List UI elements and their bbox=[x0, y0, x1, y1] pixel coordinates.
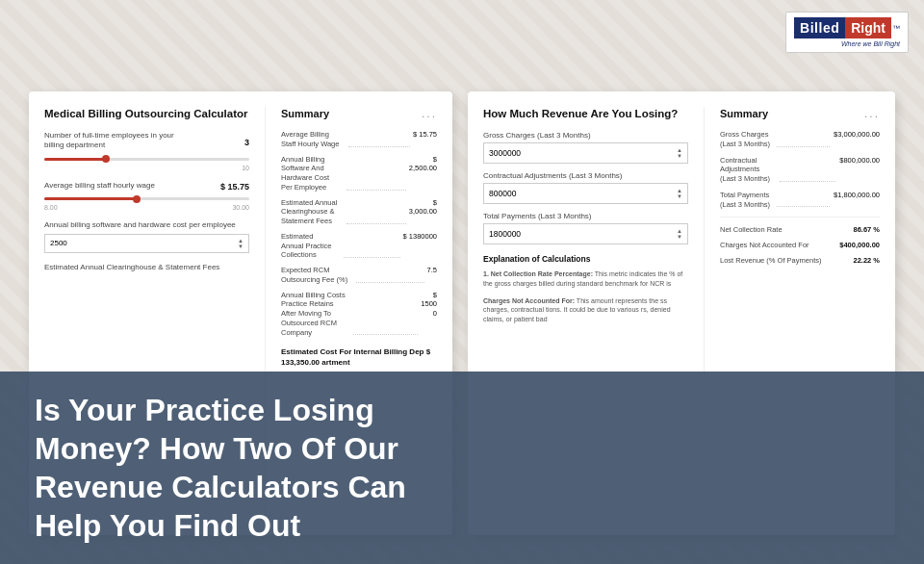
divider bbox=[720, 217, 880, 218]
contractual-label: Contractual Adjustments (Last 3 Months) bbox=[483, 171, 688, 180]
explanation-0-text: 1. Net Collection Rate Percentage: This … bbox=[483, 269, 688, 289]
gross-charges-value: 3000000 bbox=[489, 148, 521, 158]
dots-4 bbox=[356, 282, 424, 283]
explanation-1-title: Charges Not Accounted For: bbox=[483, 297, 575, 304]
contractual-group: Contractual Adjustments (Last 3 Months) … bbox=[483, 171, 688, 204]
wage-slider-min: 8.00 bbox=[44, 204, 58, 211]
dots-1 bbox=[346, 190, 405, 191]
dots-3 bbox=[344, 257, 399, 258]
wage-slider-track[interactable] bbox=[44, 197, 249, 200]
row5-value: $15000 bbox=[421, 291, 437, 319]
summary-row-0: Average Billing Staff Hourly Wage $ 15.7… bbox=[281, 130, 437, 149]
explanation-0-title: 1. Net Collection Rate Percentage: bbox=[483, 270, 593, 277]
metric-1-label: Charges Not Accounted For bbox=[720, 241, 809, 249]
right-row0-label: Gross Charges (Last 3 Months) bbox=[720, 130, 773, 149]
metric-0-value: 86.67 % bbox=[853, 225, 880, 234]
summary-right-dots: ... bbox=[864, 107, 880, 120]
banner: Is Your Practice Losing Money? How Two O… bbox=[0, 372, 924, 564]
wage-slider-range: 8.00 30.00 bbox=[44, 204, 249, 211]
right-row1-label: Contractual Adjustments (Last 3 Months) bbox=[720, 156, 776, 184]
summary-row-5: Annual Billing Costs Practice Retains Af… bbox=[281, 291, 437, 338]
software-input[interactable]: 2500 ▲ ▼ bbox=[44, 234, 249, 253]
explanation-1-text: Charges Not Accounted For: This amount r… bbox=[483, 296, 688, 324]
employees-group: Number of full-time employees in your bi… bbox=[44, 131, 249, 171]
row4-label: Expected RCM Outsourcing Fee (%) bbox=[281, 266, 353, 285]
gross-charges-label: Gross Charges (Last 3 Months) bbox=[483, 131, 688, 140]
gross-arrows: ▲ ▼ bbox=[677, 147, 682, 159]
summary-row-2: Estimated Annual Clearinghouse & Stateme… bbox=[281, 198, 437, 226]
summary-right-row-0: Gross Charges (Last 3 Months) $3,000,000… bbox=[720, 130, 880, 149]
software-label: Annual billing software and hardware cos… bbox=[44, 220, 249, 230]
row2-label: Estimated Annual Clearinghouse & Stateme… bbox=[281, 198, 344, 226]
row0-value: $ 15.75 bbox=[413, 130, 437, 140]
software-group: Annual billing software and hardware cos… bbox=[44, 220, 249, 252]
metric-0: Net Collection Rate 86.67 % bbox=[720, 225, 880, 234]
banner-text: Is Your Practice Losing Money? How Two O… bbox=[35, 391, 477, 545]
gross-charges-group: Gross Charges (Last 3 Months) 3000000 ▲ … bbox=[483, 131, 688, 164]
dots-2 bbox=[346, 223, 405, 224]
row1-value: $2,500.00 bbox=[409, 155, 437, 174]
metric-0-label: Net Collection Rate bbox=[720, 225, 783, 234]
summary-row-1: Annual Billing Software And Hardware Cos… bbox=[281, 155, 437, 192]
metric-1-value: $400,000.00 bbox=[839, 241, 880, 249]
metric-2-value: 22.22 % bbox=[853, 256, 880, 265]
wage-slider-max: 30.00 bbox=[232, 204, 249, 211]
logo-right: Right bbox=[845, 17, 891, 38]
logo: Billed Right ™ Where we Bill Right bbox=[785, 12, 909, 53]
row3-value: $ 1380000 bbox=[403, 232, 437, 242]
employees-label: Number of full-time employees in your bi… bbox=[44, 131, 189, 151]
gross-down: ▼ bbox=[677, 153, 682, 159]
dots-5 bbox=[353, 334, 419, 335]
arrow-down: ▼ bbox=[238, 244, 244, 249]
explanation-1: Charges Not Accounted For: This amount r… bbox=[483, 296, 688, 324]
logo-tagline: Where we Bill Right bbox=[841, 40, 900, 47]
clearinghouse-label: Estimated Annual Clearinghouse & Stateme… bbox=[44, 263, 249, 272]
gross-charges-input[interactable]: 3000000 ▲ ▼ bbox=[483, 142, 688, 164]
row4-value: 7.5 bbox=[427, 266, 437, 275]
row1-label: Annual Billing Software And Hardware Cos… bbox=[281, 155, 344, 192]
summary-row-4: Expected RCM Outsourcing Fee (%) 7.5 bbox=[281, 266, 437, 285]
summary-left-header: Summary ... bbox=[281, 107, 437, 120]
wage-value: $ 15.75 bbox=[220, 182, 249, 192]
right-row1-value: $800,000.00 bbox=[839, 156, 880, 184]
explanation-title: Explanation of Calculations bbox=[483, 254, 688, 264]
contractual-value: 800000 bbox=[489, 189, 516, 198]
employees-value: 3 bbox=[244, 138, 249, 147]
metric-2: Lost Revenue (% Of Payments) 22.22 % bbox=[720, 256, 880, 265]
total-payments-value: 1800000 bbox=[489, 229, 521, 239]
row0-label: Average Billing Staff Hourly Wage bbox=[281, 130, 346, 149]
right-row0-value: $3,000,000.00 bbox=[834, 130, 880, 149]
software-arrows: ▲ ▼ bbox=[238, 238, 244, 249]
right-dots-0 bbox=[777, 146, 830, 147]
total-payments-label: Total Payments (Last 3 Months) bbox=[483, 212, 688, 220]
total-payments-group: Total Payments (Last 3 Months) 1800000 ▲… bbox=[483, 212, 688, 244]
right-row2-value: $1,800,000.00 bbox=[834, 191, 880, 210]
dots-0 bbox=[348, 146, 409, 147]
contractual-arrows: ▲ ▼ bbox=[677, 188, 682, 199]
row5-label: Annual Billing Costs Practice Retains Af… bbox=[281, 291, 350, 338]
row2-value: $3,000.00 bbox=[409, 198, 437, 218]
summary-final: Estimated Cost For Internal Billing Dep … bbox=[281, 346, 437, 368]
wage-label: Average billing staff hourly wage bbox=[44, 181, 155, 191]
wage-group: Average billing staff hourly wage $ 15.7… bbox=[44, 181, 249, 211]
employees-slider-track[interactable] bbox=[44, 158, 249, 161]
employees-slider-range: 10 bbox=[44, 165, 249, 171]
summary-left-dots: ... bbox=[422, 107, 437, 120]
calculator-title: Medical Billing Outsourcing Calculator bbox=[44, 107, 249, 121]
clearinghouse-group: Estimated Annual Clearinghouse & Stateme… bbox=[44, 263, 249, 272]
contractual-input[interactable]: 800000 ▲ ▼ bbox=[483, 183, 688, 204]
wage-slider-thumb bbox=[133, 195, 141, 203]
summary-right-row-2: Total Payments (Last 3 Months) $1,800,00… bbox=[720, 191, 880, 210]
summary-row-3: Estimated Annual Practice Collections $ … bbox=[281, 232, 437, 260]
slider-max: 10 bbox=[242, 165, 249, 171]
summary-right-row-1: Contractual Adjustments (Last 3 Months) … bbox=[720, 156, 880, 184]
right-dots-1 bbox=[780, 181, 835, 182]
revenue-title: How Much Revenue Are You Losing? bbox=[483, 107, 688, 121]
summary-right-header: Summary ... bbox=[720, 107, 880, 120]
payments-arrows: ▲ ▼ bbox=[677, 228, 682, 240]
logo-billed: Billed bbox=[794, 17, 845, 38]
row3-label: Estimated Annual Practice Collections bbox=[281, 232, 341, 260]
total-payments-input[interactable]: 1800000 ▲ ▼ bbox=[483, 223, 688, 244]
metric-2-label: Lost Revenue (% Of Payments) bbox=[720, 256, 821, 265]
right-dots-2 bbox=[777, 206, 830, 207]
